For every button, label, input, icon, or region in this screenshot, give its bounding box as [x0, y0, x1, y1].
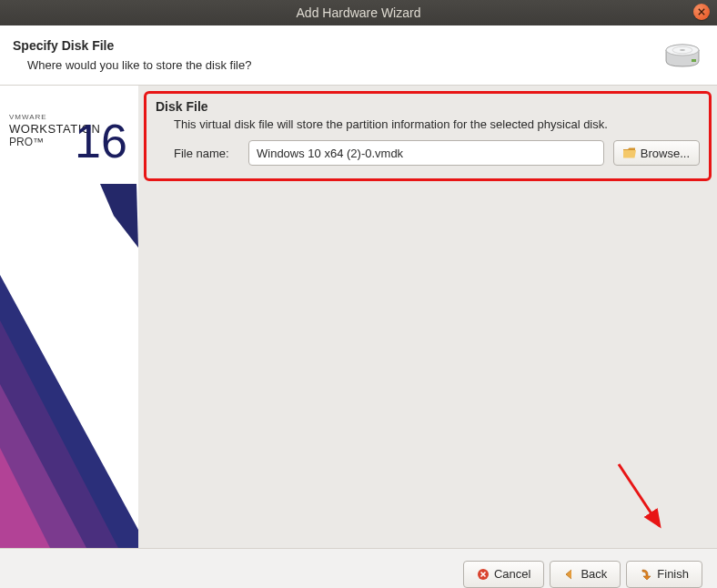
disk-file-section: Disk File This virtual disk file will st… [144, 91, 712, 181]
section-description: This virtual disk file will store the pa… [156, 117, 700, 131]
back-label: Back [581, 567, 607, 581]
back-icon [563, 568, 576, 581]
filename-row: File name: Browse... [156, 140, 700, 166]
finish-icon [640, 568, 652, 581]
page-subtitle: Where would you like to store the disk f… [13, 58, 251, 72]
browse-button[interactable]: Browse... [613, 140, 700, 166]
content-area: VMWARE WORKSTATION PRO™ 16 Disk File Thi… [0, 86, 717, 548]
back-button[interactable]: Back [550, 561, 621, 588]
section-title: Disk File [156, 99, 700, 114]
page-title: Specify Disk File [13, 38, 251, 53]
sidebar-graphic [0, 184, 138, 548]
cancel-button[interactable]: Cancel [463, 561, 544, 588]
logo-version: 16 [75, 117, 127, 165]
wizard-header: Specify Disk File Where would you like t… [0, 25, 717, 86]
cancel-icon [477, 568, 490, 581]
sidebar: VMWARE WORKSTATION PRO™ 16 [0, 86, 138, 548]
titlebar: Add Hardware Wizard [0, 0, 717, 25]
window-close-button[interactable] [693, 4, 710, 20]
hard-disk-icon [664, 39, 701, 72]
main-panel: Disk File This virtual disk file will st… [138, 86, 717, 548]
cancel-label: Cancel [494, 567, 530, 581]
filename-input[interactable] [248, 140, 604, 166]
filename-label: File name: [174, 147, 239, 160]
header-text: Specify Disk File Where would you like t… [13, 38, 251, 72]
wizard-footer: Cancel Back Finish [0, 548, 717, 588]
finish-button[interactable]: Finish [626, 561, 702, 588]
svg-marker-9 [100, 184, 138, 248]
window-title: Add Hardware Wizard [297, 5, 421, 20]
folder-icon [623, 147, 636, 158]
finish-label: Finish [657, 567, 689, 581]
svg-rect-4 [692, 59, 696, 62]
browse-label: Browse... [641, 147, 690, 160]
svg-point-3 [680, 48, 685, 50]
